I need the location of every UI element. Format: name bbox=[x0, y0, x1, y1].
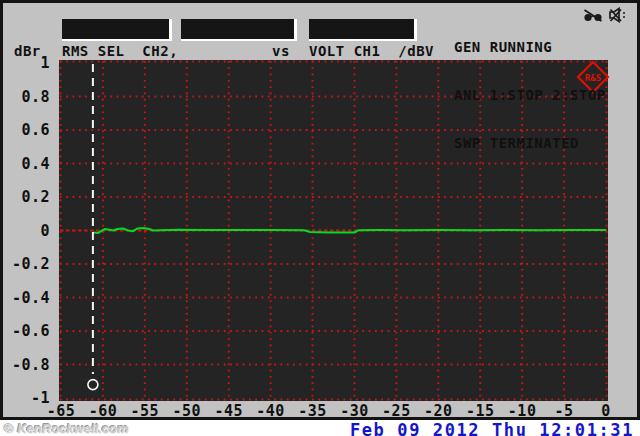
x-tick-label: -5 bbox=[542, 402, 586, 420]
x-tick-label: -20 bbox=[416, 402, 460, 420]
y-tick-label: 1 bbox=[0, 54, 50, 72]
x-tick-label: -35 bbox=[291, 402, 335, 420]
x-tick-label: 0 bbox=[584, 402, 628, 420]
x-tick-label: -60 bbox=[81, 402, 125, 420]
timestamp: Feb 09 2012 Thu 12:01:31 bbox=[350, 420, 634, 436]
y-tick-label: 0.6 bbox=[0, 121, 50, 139]
screen-layer: R&S dBr RMS SEL CH2, vs VOLT CH1 /dBV GE… bbox=[0, 0, 640, 420]
x-tick-label: -30 bbox=[332, 402, 376, 420]
y-tick-label: -0.8 bbox=[0, 356, 50, 374]
x-tick-label: -55 bbox=[123, 402, 167, 420]
y-tick-label: 0.8 bbox=[0, 88, 50, 106]
x-tick-label: -10 bbox=[500, 402, 544, 420]
vs-label: vs bbox=[272, 43, 290, 59]
status-sweep: SWP TERMINATED bbox=[454, 135, 606, 151]
headphones-crossed-icon bbox=[583, 7, 603, 23]
x-axis-function-label: VOLT CH1 /dBV bbox=[309, 43, 434, 59]
x-tick-label: -40 bbox=[249, 402, 293, 420]
watermark: © KenRockwell.com bbox=[4, 421, 128, 436]
y-tick-label: 0 bbox=[0, 222, 50, 240]
y-tick-label: 0.4 bbox=[0, 155, 50, 173]
x-tick-label: -15 bbox=[458, 402, 502, 420]
trace-function-label: RMS SEL CH2, bbox=[62, 43, 178, 59]
y-tick-label: -0.6 bbox=[0, 322, 50, 340]
status-generator: GEN RUNNING bbox=[454, 39, 606, 55]
x-tick-label: -50 bbox=[165, 402, 209, 420]
y-tick-label: -0.2 bbox=[0, 255, 50, 273]
status-analyzer: ANL 1:STOP 2:STOP bbox=[454, 87, 606, 103]
speaker-muted-icon bbox=[607, 7, 627, 23]
caption-strip: © KenRockwell.com Feb 09 2012 Thu 12:01:… bbox=[0, 420, 640, 436]
readout-bar-3 bbox=[309, 19, 417, 41]
y-tick-label: -0.4 bbox=[0, 289, 50, 307]
y-tick-label: 0.2 bbox=[0, 188, 50, 206]
x-tick-label: -45 bbox=[207, 402, 251, 420]
analyzer-screen: R&S dBr RMS SEL CH2, vs VOLT CH1 /dBV GE… bbox=[0, 0, 640, 420]
x-tick-label: -65 bbox=[39, 402, 83, 420]
readout-bar-2 bbox=[181, 19, 297, 41]
status-icons bbox=[583, 7, 627, 23]
x-tick-label: -25 bbox=[374, 402, 418, 420]
readout-bar-1 bbox=[62, 19, 172, 41]
status-block: GEN RUNNING ANL 1:STOP 2:STOP SWP TERMIN… bbox=[454, 7, 606, 183]
